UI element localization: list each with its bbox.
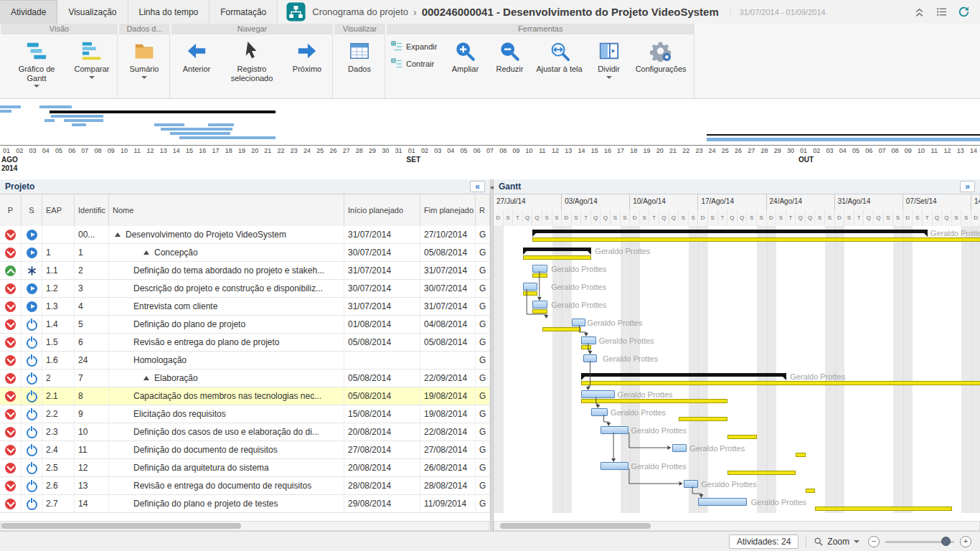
task-row-2-3[interactable]: 2.310Definição dos casos de uso e elabor… (0, 423, 490, 441)
gantt-task-bar[interactable] (572, 319, 585, 326)
gantt-baseline-bar[interactable] (523, 291, 537, 296)
priority-down-icon[interactable] (5, 301, 16, 312)
task-row-1-1[interactable]: 1.12Definição do tema abordado no projet… (0, 262, 490, 280)
tab-linha-do-tempo[interactable]: Linha do tempo (128, 0, 210, 24)
list-view-icon[interactable] (936, 6, 948, 18)
task-row-2-2[interactable]: 2.29Elicitação dos requisitos15/08/20141… (0, 405, 490, 423)
gantt-baseline-bar[interactable] (815, 507, 951, 511)
status-standby-icon[interactable] (27, 428, 37, 438)
gantt-baseline-bar[interactable] (523, 255, 591, 260)
gantt-baseline-bar[interactable] (542, 327, 581, 331)
priority-down-icon[interactable] (5, 355, 16, 366)
task-row-1-4[interactable]: 1.45Definição do plano de projeto01/08/2… (0, 316, 490, 334)
expand-gantt-panel-button[interactable] (960, 181, 975, 192)
column-header-eap[interactable]: EAP (42, 194, 75, 226)
button-configura-es[interactable]: Configurações (631, 38, 691, 76)
button-reduzir[interactable]: Reduzir (487, 38, 532, 76)
gantt-task-bar[interactable] (581, 390, 614, 398)
project-hscrollbar-thumb[interactable] (1, 523, 241, 529)
tab-visualiza-o[interactable]: Visualização (57, 0, 128, 24)
collapse-left-panel-button[interactable] (470, 181, 485, 192)
priority-down-icon[interactable] (5, 391, 16, 402)
zoom-in-button[interactable] (960, 536, 971, 547)
gantt-baseline-bar[interactable] (727, 435, 757, 439)
button-ajustar-tela[interactable]: Ajustar à tela (532, 38, 586, 76)
gantt-baseline-bar[interactable] (532, 309, 547, 314)
timeline-overview[interactable]: 0102030405060708091011121314151617181920… (0, 99, 980, 179)
gantt-task-bar[interactable] (684, 480, 698, 488)
zoom-slider[interactable] (885, 536, 954, 547)
status-standby-icon[interactable] (27, 481, 37, 492)
priority-up-icon[interactable] (5, 265, 16, 276)
priority-down-icon[interactable] (5, 373, 16, 384)
task-row-2-7[interactable]: 2.714Definição do plano e projeto de tes… (0, 495, 490, 513)
gantt-baseline-bar[interactable] (679, 417, 727, 421)
status-standby-icon[interactable] (27, 320, 37, 331)
gantt-task-bar[interactable] (532, 301, 547, 309)
task-row-2-1[interactable]: 2.18Capacitação dos membros nas tecnolog… (0, 387, 490, 405)
button-dividir[interactable]: Dividir (587, 38, 631, 81)
status-standby-icon[interactable] (27, 356, 37, 367)
gantt-task-bar[interactable] (583, 354, 597, 362)
gantt-task-bar[interactable] (600, 462, 628, 470)
task-row-1-6[interactable]: 1.624HomologaçãoG (0, 352, 490, 369)
priority-down-icon[interactable] (5, 230, 16, 240)
column-header-r[interactable]: R (476, 194, 490, 226)
priority-down-icon[interactable] (5, 463, 16, 474)
gantt-baseline-bar[interactable] (727, 471, 796, 475)
tree-expander-icon[interactable] (115, 232, 121, 237)
priority-down-icon[interactable] (5, 319, 16, 330)
breadcrumb[interactable]: Cronograma do projeto (312, 6, 408, 17)
button-sum-rio[interactable]: Sumário (122, 38, 166, 81)
gantt-baseline-bar[interactable] (581, 381, 980, 385)
gantt-baseline-bar[interactable] (532, 273, 547, 278)
gantt-task-bar[interactable] (672, 444, 687, 452)
status-play-icon[interactable] (27, 230, 37, 240)
task-row-2-5[interactable]: 2.512Definição da arquitetura do sistema… (0, 459, 490, 477)
gantt-baseline-bar[interactable] (532, 237, 980, 242)
gantt-summary-bar[interactable] (523, 248, 591, 251)
button-ampliar[interactable]: Ampliar (443, 38, 487, 76)
button-expandir[interactable]: Expandir (391, 41, 437, 52)
zoom-slider-thumb[interactable] (941, 537, 951, 546)
tree-expander-icon[interactable] (143, 376, 149, 380)
tab-atividade[interactable]: Atividade (0, 0, 57, 24)
button-gr-fico-de-gantt[interactable]: Gráfico de Gantt (4, 38, 70, 90)
gantt-task-bar[interactable] (532, 265, 547, 273)
status-milestone-icon[interactable] (27, 265, 37, 276)
column-header-s[interactable]: S (22, 194, 42, 226)
refresh-icon[interactable] (958, 6, 970, 18)
gantt-task-bar[interactable] (591, 408, 608, 416)
gantt-task-bar[interactable] (698, 498, 747, 506)
gantt-baseline-bar[interactable] (581, 345, 591, 349)
status-standby-icon[interactable] (27, 463, 37, 474)
status-standby-icon[interactable] (27, 499, 37, 510)
priority-down-icon[interactable] (5, 248, 16, 258)
priority-down-icon[interactable] (5, 499, 16, 509)
zoom-menu[interactable]: Zoom (814, 537, 859, 547)
column-header-fim-planejado[interactable]: Fim planejado (420, 194, 476, 226)
gantt-summary-bar[interactable] (532, 230, 927, 233)
gantt-hscrollbar[interactable] (494, 521, 980, 531)
priority-down-icon[interactable] (5, 445, 16, 456)
priority-down-icon[interactable] (5, 283, 16, 294)
button-registro-selecionado[interactable]: Registro selecionado (219, 38, 285, 85)
gantt-task-bar[interactable] (581, 336, 595, 344)
task-row-1-2[interactable]: 1.23Descrição do projeto e construção e … (0, 280, 490, 298)
button-dados[interactable]: Dados (337, 38, 382, 76)
gantt-task-bar[interactable] (523, 283, 537, 291)
task-row-1[interactable]: 11Concepção30/07/201405/08/2014G (0, 244, 490, 262)
priority-down-icon[interactable] (5, 337, 16, 348)
task-row-2-4[interactable]: 2.411Definição do documento de requisito… (0, 441, 490, 459)
button-anterior[interactable]: Anterior (174, 38, 219, 76)
priority-down-icon[interactable] (5, 409, 16, 420)
gantt-baseline-bar[interactable] (796, 453, 806, 457)
status-standby-icon[interactable] (27, 410, 37, 420)
status-standby-icon[interactable] (27, 446, 37, 456)
status-standby-icon[interactable] (27, 338, 37, 349)
column-header-p[interactable]: P (0, 194, 22, 226)
status-play-icon[interactable] (27, 283, 37, 294)
status-play-icon[interactable] (27, 248, 37, 258)
task-row-1-5[interactable]: 1.56Revisão e entrega do plano de projet… (0, 334, 490, 352)
button-comparar[interactable]: Comparar (70, 38, 114, 81)
